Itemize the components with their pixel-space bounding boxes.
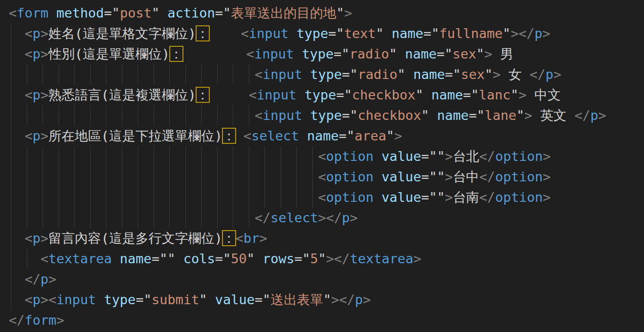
code-token: > <box>394 128 402 143</box>
indent-guides <box>9 269 25 290</box>
code-line-10[interactable]: <option value="">台南</option> <box>9 187 644 208</box>
code-token <box>255 251 262 266</box>
code-token: < <box>25 46 33 61</box>
code-line-2[interactable]: <p>姓名(這是單格文字欄位)： <input type="text" name… <box>9 23 644 44</box>
code-token: option <box>495 149 543 164</box>
code-token: </ <box>479 169 495 184</box>
code-token <box>160 5 167 20</box>
code-token: > <box>543 169 550 184</box>
code-token: </ <box>25 272 41 287</box>
code-token: 台中 <box>453 169 479 184</box>
code-token <box>288 26 296 41</box>
code-token: option <box>495 169 543 184</box>
code-line-15[interactable]: <p><input type="submit" value="送出表單"></p… <box>9 290 644 310</box>
code-token: br <box>243 231 260 246</box>
code-line-12[interactable]: <p>留言內容(這是多行文字欄位)：<br> <box>9 228 644 249</box>
code-line-16[interactable]: </form> <box>9 310 644 331</box>
code-token: type <box>104 292 136 307</box>
code-token: textarea <box>48 251 112 266</box>
code-token: " <box>516 108 524 123</box>
code-line-7[interactable]: <p>所在地區(這是下拉選單欄位)： <select name="area"> <box>9 126 644 146</box>
code-token: p <box>545 67 553 82</box>
code-token: > <box>519 87 526 102</box>
code-token: " <box>247 251 255 266</box>
indent-guides <box>9 228 25 249</box>
code-token: " <box>336 5 344 20</box>
code-token: < <box>25 26 33 41</box>
code-token: =" <box>342 67 358 82</box>
code-token: > <box>445 190 453 205</box>
code-line-14[interactable]: </p> <box>9 269 644 290</box>
code-token: textarea <box>350 251 413 266</box>
code-token: =" <box>334 46 350 61</box>
code-token: =" <box>336 87 352 102</box>
code-line-6[interactable]: <input type="checkbox" name="lane"> 英文 <… <box>9 105 644 126</box>
code-token: > <box>493 67 501 82</box>
code-token: > <box>40 46 48 61</box>
code-token: input <box>249 26 288 41</box>
code-token: 5 <box>310 251 318 266</box>
code-token: text <box>344 26 376 41</box>
code-token: name <box>405 46 437 61</box>
code-token: > <box>260 231 267 246</box>
indent-guides <box>9 167 318 187</box>
code-token: =" <box>255 292 271 307</box>
code-token: > <box>445 169 453 184</box>
code-line-8[interactable]: <option value="">台北</option> <box>9 146 644 167</box>
code-token: =" <box>463 87 479 102</box>
code-line-9[interactable]: <option value="">台中</option> <box>9 167 644 187</box>
code-token: type <box>304 87 336 102</box>
code-token: > <box>543 26 550 41</box>
code-token: < <box>25 87 33 102</box>
code-token <box>183 46 246 61</box>
code-token: > <box>350 210 358 225</box>
code-line-11[interactable]: </select></p> <box>9 208 644 228</box>
code-token: < <box>40 251 48 266</box>
code-token: " <box>511 87 519 102</box>
code-line-1[interactable]: <form method="post" action="表單送出的目的地"> <box>9 3 644 23</box>
indent-guides <box>9 146 318 167</box>
indent-guides <box>9 249 40 269</box>
indent-guides <box>9 290 25 310</box>
code-token: </ <box>255 210 271 225</box>
code-token: < <box>9 5 17 20</box>
code-token: name <box>392 26 423 41</box>
code-token: </ <box>574 108 590 123</box>
code-token: ></ <box>331 292 355 307</box>
code-token: > <box>413 251 421 266</box>
code-line-13[interactable]: <textarea name="" cols="50" rows="5"></t… <box>9 249 644 269</box>
code-token: sex <box>461 67 485 82</box>
code-token: " <box>476 46 484 61</box>
indent-guides <box>9 105 255 126</box>
code-token: " <box>503 26 510 41</box>
indent-guides <box>9 23 25 44</box>
code-token: rows <box>262 251 294 266</box>
indent-guides <box>9 208 255 228</box>
code-token: fullname <box>439 26 503 41</box>
code-token: value <box>382 190 421 205</box>
code-token: option <box>326 169 374 184</box>
code-token: </ <box>479 149 495 164</box>
code-token: > <box>543 190 550 205</box>
code-token: p <box>33 26 40 41</box>
code-token <box>175 251 183 266</box>
code-token: =" <box>445 67 461 82</box>
code-line-5[interactable]: <p>熟悉語言(這是複選欄位)： <input type="checkbox" … <box>9 85 644 105</box>
code-token: lanc <box>479 87 511 102</box>
code-token: name <box>431 87 463 102</box>
code-token <box>48 5 56 20</box>
code-token: > <box>40 87 48 102</box>
code-line-3[interactable]: <p>性別(這是單選欄位)： <input type="radio" name=… <box>9 44 644 64</box>
code-token: > <box>363 292 371 307</box>
code-token: > <box>40 231 48 246</box>
code-token: 女 <box>501 67 530 82</box>
code-token: value <box>215 292 255 307</box>
code-token: > <box>553 67 561 82</box>
code-token: action <box>167 5 215 20</box>
code-token: >< <box>40 292 57 307</box>
code-line-4[interactable]: <input type="radio" name="sex"> 女 </p> <box>9 64 644 85</box>
code-token: input <box>262 67 302 82</box>
code-token: 送出表單 <box>271 292 323 307</box>
code-editor-area[interactable]: <form method="post" action="表單送出的目的地"><p… <box>0 0 644 332</box>
code-token <box>209 87 249 102</box>
